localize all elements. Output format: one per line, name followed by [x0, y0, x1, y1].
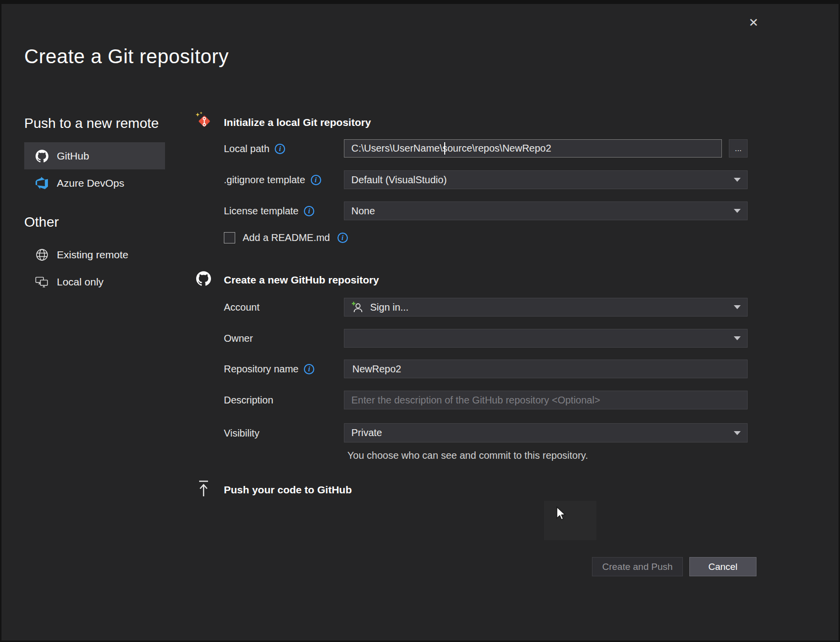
close-icon: ✕ — [749, 16, 758, 30]
push-section-title: Push your code to GitHub — [224, 484, 352, 496]
sidebar-item-label: Local only — [57, 276, 104, 288]
repository-name-label-text: Repository name — [224, 363, 298, 375]
chevron-down-icon — [734, 209, 741, 213]
gitignore-template-value: Default (VisualStudio) — [351, 174, 447, 186]
sidebar-item-label: Azure DevOps — [57, 177, 125, 189]
cursor-hover-region — [544, 501, 596, 540]
sidebar-item-github[interactable]: GitHub — [24, 142, 165, 169]
gitignore-label-text: .gitignore template — [224, 174, 305, 186]
init-section-title: Initialize a local Git repository — [224, 117, 371, 128]
repository-name-input[interactable] — [344, 360, 748, 378]
sidebar-item-azure-devops[interactable]: Azure DevOps — [24, 169, 165, 197]
visibility-dropdown[interactable]: Private — [344, 423, 748, 442]
create-and-push-button[interactable]: Create and Push — [592, 557, 683, 576]
sidebar: Push to a new remote GitHub Azure DevOps… — [24, 116, 165, 295]
account-dropdown[interactable]: Sign in... — [344, 298, 748, 317]
sign-in-person-icon — [351, 301, 364, 314]
account-label: Account — [224, 300, 259, 314]
local-path-input[interactable] — [344, 139, 722, 158]
license-template-dropdown[interactable]: None — [344, 201, 748, 220]
info-icon[interactable]: i — [275, 144, 285, 154]
globe-icon — [35, 248, 48, 261]
gitignore-template-dropdown[interactable]: Default (VisualStudio) — [344, 170, 748, 189]
github-section-title: Create a new GitHub repository — [224, 274, 379, 286]
license-template-value: None — [351, 205, 375, 217]
visibility-help-text: You choose who can see and commit to thi… — [347, 450, 588, 461]
local-path-label-text: Local path — [224, 143, 269, 155]
local-only-icon — [35, 275, 48, 288]
github-icon — [196, 271, 211, 288]
text-caret — [444, 142, 445, 155]
owner-label: Owner — [224, 331, 253, 345]
create-git-repo-dialog: Create a Git repository ✕ Push to a new … — [0, 0, 840, 642]
info-icon[interactable]: i — [311, 175, 321, 185]
info-icon[interactable]: i — [304, 364, 314, 374]
sidebar-item-local-only[interactable]: Local only — [24, 268, 165, 295]
sidebar-item-existing-remote[interactable]: Existing remote — [24, 241, 165, 268]
description-label-text: Description — [224, 395, 273, 406]
info-icon[interactable]: i — [337, 233, 348, 243]
other-header: Other — [24, 214, 165, 230]
push-upload-icon — [196, 480, 211, 500]
description-label: Description — [224, 393, 273, 407]
mouse-cursor — [554, 506, 567, 524]
cancel-button[interactable]: Cancel — [689, 557, 756, 576]
close-button[interactable]: ✕ — [744, 13, 763, 33]
gitignore-template-label: .gitignore template i — [224, 173, 321, 187]
readme-row: Add a README.md i — [224, 232, 348, 243]
browse-button[interactable]: ... — [729, 139, 748, 158]
description-input[interactable] — [344, 391, 748, 409]
chevron-down-icon — [734, 305, 741, 309]
visibility-value: Private — [351, 427, 382, 439]
license-template-label: License template i — [224, 204, 314, 218]
local-path-label: Local path i — [224, 142, 285, 156]
sidebar-item-label: GitHub — [57, 150, 89, 162]
chevron-down-icon — [734, 336, 741, 340]
account-label-text: Account — [224, 302, 259, 313]
dialog-title: Create a Git repository — [24, 45, 229, 68]
visibility-label: Visibility — [224, 426, 259, 440]
git-repository-icon — [195, 112, 213, 132]
push-remote-header: Push to a new remote — [24, 116, 165, 131]
sidebar-item-label: Existing remote — [57, 249, 128, 261]
repository-name-label: Repository name i — [224, 362, 314, 376]
chevron-down-icon — [734, 178, 741, 182]
azure-devops-icon — [35, 176, 48, 190]
readme-label: Add a README.md — [243, 232, 330, 243]
readme-checkbox[interactable] — [224, 232, 235, 243]
info-icon[interactable]: i — [304, 206, 314, 216]
visibility-label-text: Visibility — [224, 428, 259, 439]
account-value: Sign in... — [370, 302, 409, 313]
chevron-down-icon — [734, 431, 741, 435]
owner-dropdown[interactable] — [344, 329, 748, 348]
license-label-text: License template — [224, 205, 298, 217]
github-icon — [35, 149, 48, 162]
owner-label-text: Owner — [224, 333, 253, 344]
